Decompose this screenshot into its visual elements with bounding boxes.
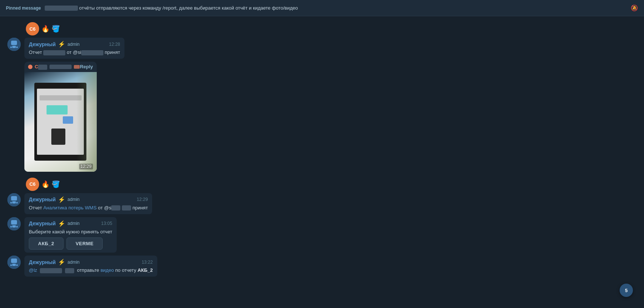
chat-area: С6 🔥 🪣 Дежурный ⚡ admin 12:28 Отчет от @… [0, 16, 644, 308]
svg-rect-19 [16, 264, 18, 266]
msg-text-2: Отчет Аналитика потерь WMS от @s принят [29, 205, 148, 211]
msg-header-2: Дежурный ⚡ admin 12:29 [29, 196, 148, 203]
msg-role-3: admin [68, 221, 80, 226]
message-row-3: Дежурный ⚡ admin 13:05 Выберите какой ну… [7, 217, 637, 253]
emoji-row-2: С6 🔥 🪣 [26, 178, 637, 191]
blurred-report-name-1 [43, 50, 65, 55]
bucket-emoji-2: 🪣 [52, 180, 60, 188]
report-button-row: АКБ_2 VERME [29, 237, 112, 250]
scroll-to-bottom-badge[interactable]: 5 [620, 284, 633, 297]
msg-bubble-2: Дежурный ⚡ admin 12:29 Отчет Аналитика п… [24, 193, 152, 214]
msg-sender-4: Дежурный [29, 259, 56, 265]
message-row-4: Дежурный ⚡ admin 13:22 @lz отправьте вид… [7, 256, 637, 277]
scroll-badge-count: 5 [625, 288, 627, 293]
reply-sender-blurred [38, 65, 47, 70]
blurred-lz-1 [40, 268, 62, 273]
pinned-text: отчёты отправляются через команду /repor… [45, 5, 627, 11]
blurred-user-1 [81, 50, 103, 55]
reply-avatar-dot [28, 65, 32, 69]
pinned-sender-blurred [45, 6, 78, 11]
message-row-reply-image: С Reply [7, 62, 637, 172]
msg-role-2: admin [68, 197, 80, 202]
svg-rect-4 [16, 47, 18, 48]
msg-bubble-4: Дежурный ⚡ admin 13:22 @lz отправьте вид… [24, 256, 157, 277]
svg-rect-13 [10, 226, 12, 227]
avatar-c6-2: С6 [26, 178, 39, 191]
reply-color-badge [74, 65, 80, 69]
screen-element-blue [63, 116, 73, 124]
avatar-dejurny-1 [7, 38, 21, 51]
bot-icon-1: ⚡ [58, 41, 65, 48]
screen-dark-block [51, 129, 65, 145]
mention-lz: @lz [29, 267, 37, 273]
pinned-message-bar[interactable]: Pinned message отчёты отправляются через… [0, 0, 644, 16]
svg-rect-16 [11, 259, 17, 263]
video-text: видео [100, 267, 114, 273]
blurred-user-2a [111, 205, 120, 211]
blurred-lz-2 [65, 268, 74, 273]
screen-element-cyan [47, 105, 68, 114]
bucket-emoji-1: 🪣 [52, 25, 60, 33]
emoji-row-1: С6 🔥 🪣 [26, 22, 637, 35]
pinned-message-text: отчёты отправляются через команду /repor… [79, 5, 298, 11]
report-highlight: Аналитика потерь WMS [43, 205, 96, 211]
msg-header-3: Дежурный ⚡ admin 13:05 [29, 220, 112, 227]
avatar-dejurny-3 [7, 217, 21, 230]
image-bg: 12:29 [24, 72, 97, 172]
msg-time-2: 12:29 [137, 197, 148, 202]
akb2-button[interactable]: АКБ_2 [29, 237, 64, 250]
akb2-text: АКБ_2 [138, 267, 153, 273]
reply-text-blurred-1 [49, 65, 72, 69]
fire-emoji-2: 🔥 [41, 180, 49, 188]
reply-image: 12:29 [24, 72, 97, 172]
msg-time-3: 13:05 [101, 221, 112, 226]
reply-sender-name: С [35, 64, 47, 70]
msg-time-4: 13:22 [142, 260, 153, 265]
msg-header-4: Дежурный ⚡ admin 13:22 [29, 259, 153, 266]
msg-role-4: admin [68, 260, 80, 265]
svg-rect-1 [11, 41, 17, 45]
unpin-icon[interactable]: 🔕 [631, 4, 638, 11]
msg-text-3: Выберите какой нужно принять отчет [29, 229, 112, 235]
right-overlay [76, 72, 97, 172]
message-row-2: Дежурный ⚡ admin 12:29 Отчет Аналитика п… [7, 193, 637, 214]
msg-header-1: Дежурный ⚡ admin 12:28 [29, 41, 120, 48]
svg-rect-3 [10, 47, 12, 48]
svg-rect-8 [10, 202, 12, 203]
msg-sender-2: Дежурный [29, 196, 56, 202]
svg-rect-18 [10, 264, 12, 266]
svg-rect-7 [12, 201, 16, 203]
msg-role-1: admin [68, 42, 80, 47]
message-row-1: Дежурный ⚡ admin 12:28 Отчет от @si прин… [7, 38, 637, 59]
pinned-label: Pinned message [6, 6, 41, 11]
avatar-dejurny-2 [7, 193, 21, 206]
msg-text-4: @lz отправьте видео по отчету АКБ_2 [29, 267, 153, 274]
svg-rect-11 [11, 220, 17, 225]
reply-header: С Reply [24, 62, 97, 72]
bot-icon-4: ⚡ [58, 259, 65, 266]
svg-rect-17 [12, 264, 16, 266]
msg-sender-3: Дежурный [29, 220, 56, 226]
msg-bubble-3: Дежурный ⚡ admin 13:05 Выберите какой ну… [24, 217, 117, 253]
reply-button[interactable]: Reply [80, 64, 93, 69]
msg-text-1: Отчет от @si принят [29, 49, 120, 56]
reply-image-bubble: С Reply [24, 62, 97, 172]
avatar-c6-1: С6 [26, 22, 39, 35]
image-timestamp: 12:29 [79, 164, 93, 170]
blurred-user-2b [122, 205, 131, 211]
svg-rect-9 [16, 202, 18, 203]
msg-time-1: 12:28 [109, 42, 120, 47]
msg-bubble-1: Дежурный ⚡ admin 12:28 Отчет от @si прин… [24, 38, 124, 59]
verme-button[interactable]: VERME [66, 237, 103, 250]
svg-rect-6 [11, 196, 17, 201]
avatar-dejurny-4 [7, 256, 21, 269]
msg-sender-1: Дежурный [29, 41, 56, 47]
bot-icon-3: ⚡ [58, 220, 65, 227]
screen-row-1 [40, 95, 82, 100]
reply-header-left: С [28, 64, 80, 70]
svg-rect-2 [12, 46, 16, 48]
bot-icon-2: ⚡ [58, 196, 65, 203]
fire-emoji-1: 🔥 [41, 25, 49, 33]
svg-rect-14 [16, 226, 18, 227]
svg-rect-12 [12, 225, 16, 227]
